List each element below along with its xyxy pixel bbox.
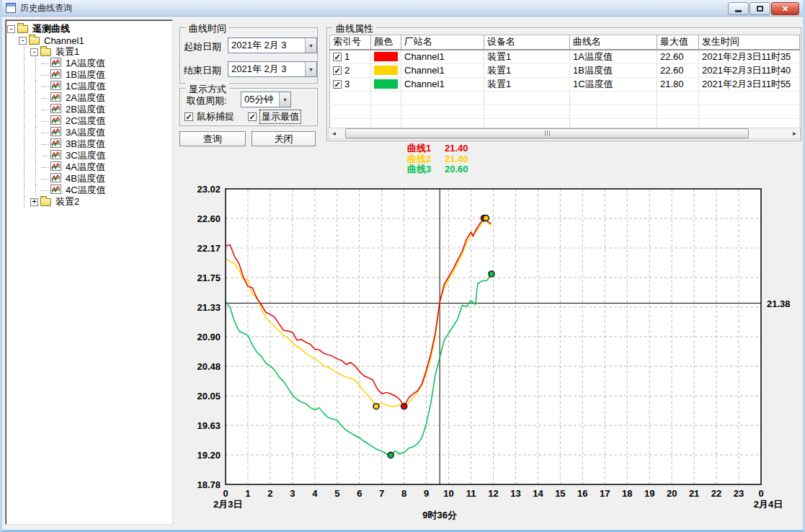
svg-text:22.17: 22.17 [197, 243, 221, 254]
tree-stub [42, 121, 49, 122]
show-extremes-checkbox[interactable]: ✓ [248, 112, 257, 121]
tree-item-3A温度值[interactable]: 3A温度值 [7, 127, 171, 138]
curve-chart-icon [50, 58, 61, 69]
tree-item-装置1[interactable]: -装置1 [7, 46, 171, 58]
scrollbar-track[interactable] [339, 128, 789, 138]
empty-cell [330, 105, 371, 118]
tree-guide [7, 115, 19, 127]
curve-name-cell: 1B温度值 [570, 63, 657, 77]
tree-item-装置2[interactable]: +装置2 [7, 196, 171, 208]
expand-icon[interactable]: + [30, 198, 38, 206]
tree-item-1C温度值[interactable]: 1C温度值 [7, 81, 171, 92]
end-date-select[interactable]: 2021年 2月 3 ▼ [228, 61, 317, 77]
tree-guide [19, 69, 30, 81]
tree-item-3B温度值[interactable]: 3B温度值 [7, 138, 171, 150]
tree-stub [42, 133, 49, 133]
curve-props-table-header: 索引号颜色厂站名设备名曲线名最大值发生时间 [330, 35, 800, 50]
curve-props-table[interactable]: 索引号颜色厂站名设备名曲线名最大值发生时间 ✓1Channel1装置11A温度值… [329, 35, 800, 133]
period-dropdown-icon[interactable]: ▼ [279, 92, 290, 107]
tree-item-2C温度值[interactable]: 2C温度值 [7, 115, 171, 127]
tree-stub [42, 144, 49, 145]
table-row[interactable]: ✓1Channel1装置11A温度值22.602021年2月3日11时35 [330, 50, 800, 64]
table-hscrollbar[interactable]: ◄ ► [328, 128, 801, 139]
tree-guide [30, 104, 42, 115]
close-icon: ✕ [782, 4, 788, 14]
row-checkbox[interactable]: ✓ [333, 66, 342, 75]
tree-guide [19, 92, 30, 104]
column-header-厂站名[interactable]: 厂站名 [401, 35, 484, 50]
tree-guide [30, 127, 42, 138]
column-header-索引号[interactable]: 索引号 [330, 35, 371, 50]
tree-item-2B温度值[interactable]: 2B温度值 [7, 104, 171, 115]
start-date-dropdown-icon[interactable]: ▼ [305, 38, 316, 53]
tree-guide [19, 46, 30, 58]
close-dialog-button[interactable]: 关闭 [252, 131, 316, 146]
table-row[interactable]: ✓3Channel1装置11C温度值21.802021年2月3日11时55 [330, 77, 800, 91]
close-button[interactable]: ✕ [771, 2, 799, 15]
period-select[interactable]: 05分钟 ▼ [241, 92, 291, 107]
column-header-发生时间[interactable]: 发生时间 [699, 35, 800, 50]
history-curve-chart[interactable]: 23.0222.6022.1721.7521.3320.9020.4820.05… [182, 180, 805, 531]
end-date-dropdown-icon[interactable]: ▼ [305, 62, 316, 76]
column-header-设备名[interactable]: 设备名 [484, 35, 570, 50]
minimize-button[interactable] [728, 2, 749, 15]
tree-item-1A温度值[interactable]: 1A温度值 [7, 58, 171, 69]
tree-item-4C温度值[interactable]: 4C温度值 [7, 185, 171, 196]
svg-text:4: 4 [312, 488, 318, 499]
scrollbar-thumb[interactable] [345, 128, 749, 138]
legend-row: 曲线320.60 [407, 164, 468, 175]
empty-cell [401, 105, 484, 118]
tree-guide [7, 46, 19, 58]
tree-item-2A温度值[interactable]: 2A温度值 [7, 92, 171, 104]
table-empty-row [330, 105, 800, 118]
empty-cell [699, 105, 800, 118]
svg-text:18: 18 [622, 488, 632, 499]
tree-guide [19, 58, 30, 69]
max-value-cell: 22.60 [657, 63, 699, 77]
tree-guide [30, 115, 42, 127]
maximize-button[interactable] [750, 2, 770, 15]
row-checkbox[interactable]: ✓ [333, 80, 342, 89]
collapse-icon[interactable]: - [30, 48, 38, 56]
tree-guide [19, 104, 30, 115]
column-header-曲线名[interactable]: 曲线名 [570, 35, 657, 50]
legend-label: 曲线2 [407, 154, 445, 165]
chart-canvas[interactable]: 23.0222.6022.1721.7521.3320.9020.4820.05… [182, 180, 805, 531]
tree-guide [7, 81, 19, 92]
row-checkbox[interactable]: ✓ [333, 53, 342, 61]
tree-item-3C温度值[interactable]: 3C温度值 [7, 150, 171, 161]
scroll-left-icon[interactable]: ◄ [329, 128, 339, 138]
telemetry-curve-tree[interactable]: -遥测曲线-Channel1-装置11A温度值1B温度值1C温度值2A温度值2B… [5, 19, 173, 525]
svg-text:9时36分: 9时36分 [422, 510, 458, 520]
station-cell: Channel1 [401, 50, 484, 64]
tree-item-遥测曲线[interactable]: -遥测曲线 [7, 23, 171, 35]
start-date-select[interactable]: 2021年 2月 3 ▼ [228, 37, 317, 53]
tree-guide [30, 161, 42, 173]
mouse-capture-checkbox[interactable]: ✓ [184, 112, 193, 121]
start-date-value: 2021年 2月 3 [228, 39, 305, 52]
tree-item-1B温度值[interactable]: 1B温度值 [7, 69, 171, 81]
column-header-最大值[interactable]: 最大值 [657, 35, 699, 50]
curve-chart-icon [50, 161, 61, 173]
svg-text:2月4日: 2月4日 [754, 499, 783, 510]
scroll-right-icon[interactable]: ► [789, 128, 800, 138]
tree-stub [42, 190, 49, 191]
window-title: 历史曲线查询 [20, 2, 72, 14]
tree-guide [7, 185, 19, 196]
tree-guide [30, 69, 42, 81]
tree-stub [42, 110, 49, 110]
tree-item-4A温度值[interactable]: 4A温度值 [7, 161, 171, 173]
query-button[interactable]: 查询 [179, 131, 246, 146]
title-bar[interactable]: 历史曲线查询 ✕ [0, 0, 805, 17]
legend-value: 21.40 [445, 154, 468, 165]
collapse-icon[interactable]: - [19, 37, 27, 45]
folder-icon [40, 198, 51, 206]
table-row[interactable]: ✓2Channel1装置11B温度值22.602021年2月3日11时40 [330, 63, 800, 77]
time-cell: 2021年2月3日11时35 [699, 50, 800, 64]
collapse-icon[interactable]: - [7, 25, 15, 33]
column-header-颜色[interactable]: 颜色 [371, 35, 401, 50]
tree-item-Channel1[interactable]: -Channel1 [7, 35, 171, 46]
curve-props-group-title: 曲线属性 [333, 22, 376, 35]
curve-chart-icon [50, 92, 61, 104]
tree-item-4B温度值[interactable]: 4B温度值 [7, 173, 171, 185]
